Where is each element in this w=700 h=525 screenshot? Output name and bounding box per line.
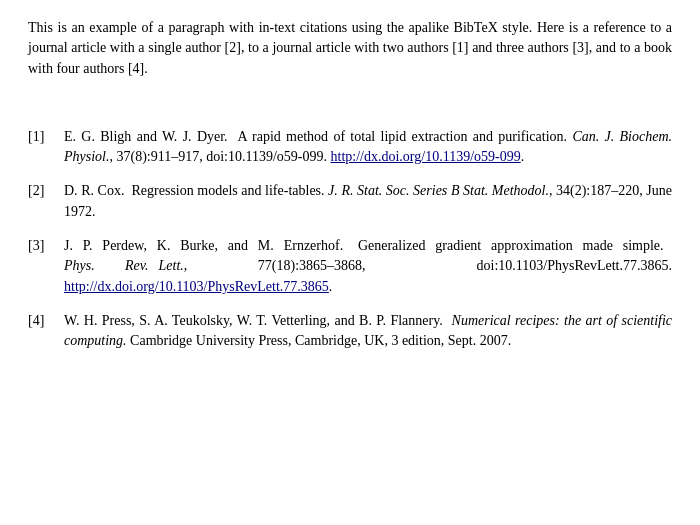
reference-item-1: [1] E. G. Bligh and W. J. Dyer. A rapid …: [28, 127, 672, 168]
reference-item-3: [3] J. P. Perdew, K. Burke, and M. Ernze…: [28, 236, 672, 297]
ref-label-2: [2]: [28, 181, 64, 201]
ref-content-2: D. R. Cox. Regression models and life-ta…: [64, 181, 672, 222]
ref-content-4: W. H. Press, S. A. Teukolsky, W. T. Vett…: [64, 311, 672, 352]
reference-item-2: [2] D. R. Cox. Regression models and lif…: [28, 181, 672, 222]
ref-content-3: J. P. Perdew, K. Burke, and M. Ernzerhof…: [64, 236, 672, 297]
ref-3-url[interactable]: http://dx.doi.org/10.1103/PhysRevLett.77…: [64, 279, 329, 294]
ref-label-3: [3]: [28, 236, 64, 256]
ref-label-1: [1]: [28, 127, 64, 147]
ref-label-4: [4]: [28, 311, 64, 331]
paragraph-text: This is an example of a paragraph with i…: [28, 20, 672, 76]
ref-1-url[interactable]: http://dx.doi.org/10.1139/o59-099: [331, 149, 521, 164]
reference-item-4: [4] W. H. Press, S. A. Teukolsky, W. T. …: [28, 311, 672, 352]
ref-content-1: E. G. Bligh and W. J. Dyer. A rapid meth…: [64, 127, 672, 168]
references-section: [1] E. G. Bligh and W. J. Dyer. A rapid …: [28, 127, 672, 352]
intro-paragraph: This is an example of a paragraph with i…: [28, 18, 672, 79]
